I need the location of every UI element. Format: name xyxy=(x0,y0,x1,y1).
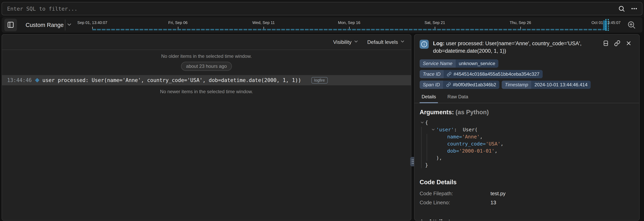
indent-guide xyxy=(421,127,422,168)
chevron-down-icon xyxy=(400,39,405,45)
timeline-selection-window[interactable] xyxy=(606,19,609,31)
time-ago-badge[interactable]: about 23 hours ago xyxy=(181,62,232,71)
trace-list-panel: Visibility Default levels No older items… xyxy=(2,34,411,221)
code-line: ), xyxy=(420,154,634,161)
detail-tabs: DetailsRaw Data xyxy=(414,94,639,103)
panel-splitter[interactable] xyxy=(411,34,414,221)
search-icon[interactable] xyxy=(618,5,625,12)
badge-value: 2024-10-01 13:44:46.414 xyxy=(531,81,591,89)
log-row-tag: logfire xyxy=(311,77,328,84)
timeline-bar: Custom Range Oct 01, 13:45:07Thu, Sep 26… xyxy=(2,17,642,33)
log-level-diamond-icon xyxy=(35,78,40,83)
close-icon[interactable] xyxy=(626,40,632,46)
code-token: 'Anne' xyxy=(462,134,480,140)
code-detail-value: test.py xyxy=(490,191,506,197)
code-detail-value: 13 xyxy=(490,200,496,206)
detail-content: Arguments: (as Python) {'user': User(nam… xyxy=(414,103,639,221)
meta-badge[interactable]: Timestamp2024-10-01 13:44:46.414 xyxy=(502,81,591,89)
attributes-heading: Attributes xyxy=(428,219,457,221)
badge-value-text: 2024-10-01 13:44:46.414 xyxy=(534,82,588,87)
badge-label: Timestamp xyxy=(502,81,531,89)
timeline-tick-label: Fri, Sep 06 xyxy=(168,20,188,25)
badge-list: Service Nameunknown_serviceTrace ID#4545… xyxy=(420,59,616,89)
code-token: country_code= xyxy=(447,141,486,147)
link-icon xyxy=(447,72,452,76)
chevron-right-icon xyxy=(420,219,425,221)
collapse-chevron-icon[interactable] xyxy=(431,127,436,132)
code-detail-row: Code Filepath:test.py xyxy=(420,189,634,198)
arguments-heading-suffix: (as Python) xyxy=(456,109,489,116)
sql-filter-input[interactable]: Enter SQL to filter... xyxy=(2,2,642,15)
meta-badge[interactable]: Trace ID#454514c0168a455a51bb4ceba354c32… xyxy=(420,70,543,78)
detail-title: Log: user processed: User(name='Anne', c… xyxy=(433,40,600,55)
detail-header: Log: user processed: User(name='Anne', c… xyxy=(414,35,639,55)
meta-badge[interactable]: Service Nameunknown_service xyxy=(420,59,498,68)
code-line: name='Anne', xyxy=(420,133,634,140)
code-details-heading: Code Details xyxy=(420,179,634,186)
detail-title-text: user processed: User(name='Anne', countr… xyxy=(433,40,582,54)
badge-value-text: #454514c0168a455a51bb4ceba354c327 xyxy=(454,71,539,77)
timeline-tick-label: Thu, Sep 26 xyxy=(510,20,531,25)
list-panel-header: Visibility Default levels xyxy=(2,35,411,50)
no-older-items-text: No older items in the selected time wind… xyxy=(2,53,411,59)
code-token: '2000-01-01' xyxy=(459,148,494,154)
ellipsis-menu-icon[interactable] xyxy=(630,5,638,12)
code-token: User( xyxy=(463,127,478,133)
info-level-icon xyxy=(420,40,429,49)
badge-value-text: unknown_service xyxy=(459,61,495,66)
code-token: , xyxy=(480,134,483,140)
badge-label: Service Name xyxy=(420,59,456,68)
default-levels-label: Default levels xyxy=(367,39,398,45)
attributes-section-toggle[interactable]: Attributes xyxy=(420,219,634,221)
visibility-label: Visibility xyxy=(333,39,351,45)
code-token: ), xyxy=(436,155,442,161)
logfire-app: Enter SQL to filter... Custom Range xyxy=(0,0,644,221)
arguments-heading: Arguments: (as Python) xyxy=(420,109,634,116)
code-token: 'USA' xyxy=(486,141,500,147)
tab-details[interactable]: Details xyxy=(420,94,438,103)
no-newer-items-text: No newer items in the selected time wind… xyxy=(2,89,411,94)
default-levels-dropdown[interactable]: Default levels xyxy=(367,39,405,45)
code-line: 'user': User( xyxy=(420,126,634,133)
badge-value: unknown_service xyxy=(456,59,498,68)
zoom-in-icon[interactable] xyxy=(627,20,636,30)
code-detail-label: Code Filepath: xyxy=(420,191,490,197)
chevron-down-icon xyxy=(354,39,358,45)
sql-filter-bar: Enter SQL to filter... xyxy=(0,0,644,17)
code-details-rows: Code Filepath:test.pyCode Lineno:13 xyxy=(420,189,634,207)
timeline-dashed-line xyxy=(92,29,606,30)
copy-link-icon[interactable] xyxy=(614,40,620,46)
timeline-tick-label: Wed, Sep 11 xyxy=(252,20,275,25)
timeline-tick-label: Mon, Sep 16 xyxy=(338,20,360,25)
code-detail-row: Code Lineno:13 xyxy=(420,198,634,207)
collapse-chevron-icon[interactable] xyxy=(420,120,425,125)
code-token: { xyxy=(425,120,428,125)
badge-value-text: #b0f0d9ed1ab346b2 xyxy=(453,82,496,87)
badge-value: #454514c0168a455a51bb4ceba354c327 xyxy=(444,70,542,78)
code-line: dob='2000-01-01', xyxy=(420,147,634,154)
code-token: : xyxy=(454,127,463,133)
log-detail-panel: Log: user processed: User(name='Anne', c… xyxy=(414,34,640,221)
sql-filter-placeholder: Enter SQL to filter... xyxy=(7,6,78,12)
code-token: , xyxy=(500,141,504,147)
timeline-track[interactable]: Oct 01, 13:45:07Thu, Sep 26Sat, Sep 21Mo… xyxy=(2,17,642,33)
timeline-tick-label: Sat, Sep 21 xyxy=(424,20,445,25)
meta-badge[interactable]: Span ID#b0f0d9ed1ab346b2 xyxy=(420,81,499,89)
dock-panel-icon[interactable] xyxy=(603,40,609,46)
badge-label: Trace ID xyxy=(420,70,444,78)
arguments-code-tree: {'user': User(name='Anne',country_code='… xyxy=(420,119,634,169)
badge-value: #b0f0d9ed1ab346b2 xyxy=(443,81,499,89)
code-token: } xyxy=(425,162,428,168)
tab-raw-data[interactable]: Raw Data xyxy=(446,94,470,103)
detail-title-prefix: Log: xyxy=(433,40,444,46)
timeline-tick-label: Sep 01, 13:40:07 xyxy=(77,20,107,25)
log-list-row[interactable]: 13:44:46 user processed: User(name='Anne… xyxy=(2,75,411,85)
arguments-heading-text: Arguments: xyxy=(420,109,454,116)
code-line: { xyxy=(420,119,634,126)
log-row-time: 13:44:46 xyxy=(7,77,32,83)
code-line: } xyxy=(420,161,634,169)
visibility-dropdown[interactable]: Visibility xyxy=(333,39,358,45)
code-token: 'user' xyxy=(436,127,454,133)
main-area: Visibility Default levels No older items… xyxy=(0,34,644,221)
indent-guide xyxy=(427,134,427,161)
